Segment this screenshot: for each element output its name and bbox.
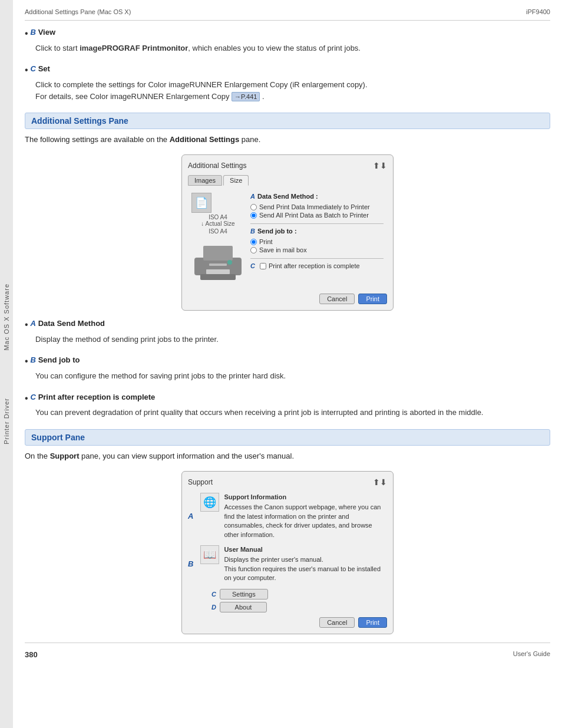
radio-mailbox[interactable]: Save in mail box xyxy=(250,246,384,253)
support-label-c: C xyxy=(211,591,216,598)
dialog-footer: Cancel Print xyxy=(188,294,387,304)
support-row-a: A 🌐 Support Information Accesses the Can… xyxy=(188,493,387,539)
radio-immediately-label: Send Print Data Immediately to Printer xyxy=(259,203,370,210)
bullet-b-view: • B View xyxy=(25,28,550,40)
c-set-content: Click to complete the settings for Color… xyxy=(35,79,550,102)
additional-intro-text: The following settings are available on … xyxy=(25,135,550,144)
radio-immediately-input[interactable] xyxy=(250,204,257,210)
support-pane-title: Support Pane xyxy=(31,433,85,442)
bullet-c-print-label: Print after reception is complete xyxy=(38,393,156,401)
cancel-button-additional[interactable]: Cancel xyxy=(319,294,355,304)
dialog-tabs: Images Size xyxy=(188,175,387,186)
letter-c: C xyxy=(31,64,36,73)
bullet-dot-c: • xyxy=(25,64,28,77)
tab-images[interactable]: Images xyxy=(188,175,222,186)
bullet-b-send-label: Send job to xyxy=(38,355,80,364)
bullet-a-label-wrap: A Data Send Method xyxy=(31,319,105,328)
user-manual-content: Displays the printer user's manual.This … xyxy=(224,555,387,582)
dialog-title: Additional Settings xyxy=(188,162,246,170)
radio-batch-input[interactable] xyxy=(250,212,257,219)
bullet-dot: • xyxy=(25,28,28,40)
support-info-title: Support Information xyxy=(224,493,387,502)
radio-send-immediately[interactable]: Send Print Data Immediately to Printer xyxy=(250,203,384,210)
footer-bar: 380 User's Guide xyxy=(25,643,550,659)
section-b-view: • B View Click to start imagePROGRAF Pri… xyxy=(25,28,550,54)
radio-batch-label: Send All Print Data as Batch to Printer xyxy=(259,212,369,219)
tab-size[interactable]: Size xyxy=(223,175,249,186)
svg-rect-1 xyxy=(203,246,233,261)
send-job-to-row: B Send job to : xyxy=(250,228,384,235)
bullet-a: • A Data Send Method xyxy=(25,319,550,331)
settings-button[interactable]: Settings xyxy=(220,589,268,599)
support-buttons: C Settings D About xyxy=(211,589,387,612)
radio-print-input[interactable] xyxy=(250,239,257,245)
support-icon-a: 🌐 xyxy=(200,493,219,512)
support-dialog-footer: Cancel Print xyxy=(188,617,387,628)
print-after-checkbox[interactable] xyxy=(260,263,266,269)
additional-intro: The following settings are available on … xyxy=(25,135,550,144)
page-number: 380 xyxy=(25,650,38,659)
top-bar-left: Additional Settings Pane (Mac OS X) xyxy=(25,8,131,15)
additional-settings-header: Additional Settings Pane xyxy=(25,113,550,129)
label-a-dialog: A xyxy=(250,193,255,200)
support-title-bar: Support ⬆⬇ xyxy=(188,477,387,487)
bullet-b-send: • B Send job to xyxy=(25,355,550,368)
bullet-dot-b2: • xyxy=(25,355,28,368)
print-after-label: Print after reception is complete xyxy=(269,262,360,269)
iso-label-1: ISO A4 xyxy=(191,214,244,220)
print-after-option[interactable]: C Print after reception is complete xyxy=(250,262,384,269)
side-label-printer: Printer Driver xyxy=(3,398,10,444)
user-manual-title: User Manual xyxy=(224,545,387,554)
side-label-mac: Mac OS X Software xyxy=(3,284,10,351)
support-dialog-arrow: ⬆⬇ xyxy=(373,477,387,487)
support-dialog-title: Support xyxy=(188,478,213,486)
svg-point-4 xyxy=(227,260,232,265)
support-intro: On the Support pane, you can view suppor… xyxy=(25,452,550,460)
print-button-support[interactable]: Print xyxy=(358,617,387,628)
letter-b2-bullet: B xyxy=(31,355,36,364)
support-letter-b: B xyxy=(188,559,193,568)
support-letter-a: A xyxy=(188,512,193,521)
letter-b: B xyxy=(31,28,36,37)
about-button[interactable]: About xyxy=(220,602,267,612)
send-job-to-label: Send job to : xyxy=(257,228,297,235)
letter-c2-bullet: C xyxy=(31,393,36,401)
support-dialog: Support ⬆⬇ A 🌐 Support Information Acces… xyxy=(181,471,394,634)
support-label-d: D xyxy=(211,604,216,611)
c-set-content-line1: Click to complete the settings for Color… xyxy=(35,80,368,89)
radio-send-batch[interactable]: Send All Print Data as Batch to Printer xyxy=(250,212,384,219)
b-view-label: B View xyxy=(31,28,55,37)
link-ref[interactable]: →P.441 xyxy=(232,92,260,101)
b-view-content: Click to start imagePROGRAF Printmonitor… xyxy=(35,42,550,54)
cancel-button-support[interactable]: Cancel xyxy=(319,617,355,628)
support-btn-row-c: C Settings xyxy=(211,589,387,599)
bullet-dot-a: • xyxy=(25,319,28,331)
section-c-set: • C Set Click to complete the settings f… xyxy=(25,64,550,102)
support-icon-b: 📖 xyxy=(200,545,219,564)
c-set-label: C Set xyxy=(31,64,50,73)
bullet-c-print: • C Print after reception is complete xyxy=(25,393,550,405)
dialog-body: 📄 ISO A4 ↓ Actual Size ISO A4 xyxy=(188,190,387,289)
radio-mailbox-input[interactable] xyxy=(250,247,257,253)
data-send-method-row: A Data Send Method : xyxy=(250,193,384,200)
top-bar-right: iPF9400 xyxy=(526,8,550,15)
separator-1 xyxy=(250,223,384,224)
print-button-additional[interactable]: Print xyxy=(358,294,387,304)
support-intro-text: On the Support pane, you can view suppor… xyxy=(25,452,550,460)
section-bullet-b: • B Send job to You can configure the me… xyxy=(25,355,550,381)
separator-2 xyxy=(250,258,384,259)
dialog-arrow: ⬆⬇ xyxy=(373,161,387,170)
radio-print[interactable]: Print xyxy=(250,238,384,245)
svg-rect-5 xyxy=(200,274,236,280)
additional-settings-title: Additional Settings Pane xyxy=(31,116,128,126)
bullet-c-print-content: You can prevent degradation of print qua… xyxy=(35,407,550,419)
bullet-b-send-label-wrap: B Send job to xyxy=(31,355,80,364)
printer-area xyxy=(191,237,244,284)
side-labels: Mac OS X Software Printer Driver xyxy=(0,0,13,728)
support-info-content: Accesses the Canon support webpage, wher… xyxy=(224,503,387,539)
support-btn-row-d: D About xyxy=(211,602,387,612)
label-c-dialog: C xyxy=(250,262,255,269)
dialog-left-panel: 📄 ISO A4 ↓ Actual Size ISO A4 xyxy=(191,193,244,286)
support-info-text-block: Support Information Accesses the Canon s… xyxy=(224,493,387,539)
support-row-b: B 📖 User Manual Displays the printer use… xyxy=(188,545,387,583)
